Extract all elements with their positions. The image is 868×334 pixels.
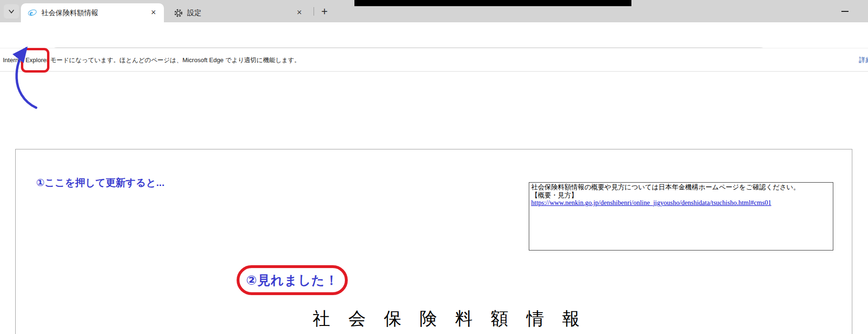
notice-line2: 【概要・見方】 [531, 192, 831, 200]
notice-box: 社会保険料額情報の概要や見方については日本年金機構ホームページをご確認ください。… [529, 182, 833, 250]
annotation-step1: ①ここを押して更新すると... [36, 176, 164, 189]
annotation-red-oval: ②見れました！ [237, 265, 348, 295]
tab-close-button[interactable]: × [149, 8, 158, 18]
redaction-box [354, 0, 631, 6]
window-minimize-button[interactable] [832, 3, 857, 20]
svg-text:e: e [29, 9, 33, 17]
gear-icon [174, 9, 183, 18]
navigation-toolbar: e | ファイル C:/Users, /Documents/ /社会保険料額情報… [0, 22, 868, 48]
document-title: 社会保険料額情報 [313, 307, 598, 331]
notice-line1: 社会保険料額情報の概要や見方については日本年金機構ホームページをご確認ください。 [531, 184, 831, 192]
new-tab-button[interactable]: + [317, 4, 332, 19]
tab-bar: e 社会保険料額情報 × 設定 × + [0, 0, 868, 22]
tab-close-button[interactable]: × [295, 8, 304, 18]
tab-divider [314, 7, 314, 16]
minimize-icon [841, 11, 849, 12]
browser-window: e 社会保険料額情報 × 設定 × + [0, 0, 868, 334]
ie-mode-infobar: Internet Explorer モードになっています。ほとんどのページは、M… [0, 48, 868, 72]
annotation-step2: ②見れました！ [246, 272, 338, 289]
tab-title: 社会保険料額情報 [41, 9, 149, 18]
tab-settings[interactable]: 設定 × [167, 3, 310, 22]
internet-explorer-icon: e [28, 8, 37, 18]
nenkin-link[interactable]: https://www.nenkin.go.jp/denshibenri/onl… [531, 199, 771, 206]
tab-title: 設定 [187, 9, 295, 18]
tab-shakai-hoken[interactable]: e 社会保険料額情報 × [21, 3, 164, 22]
tab-actions-button[interactable] [4, 4, 19, 19]
annotation-red-circle-reload [21, 48, 49, 73]
page-content: ①ここを押して更新すると... 社会保険料額情報の概要や見方については日本年金機… [0, 72, 868, 334]
chevron-down-icon [6, 6, 17, 17]
details-link[interactable]: 詳細 [859, 48, 868, 72]
